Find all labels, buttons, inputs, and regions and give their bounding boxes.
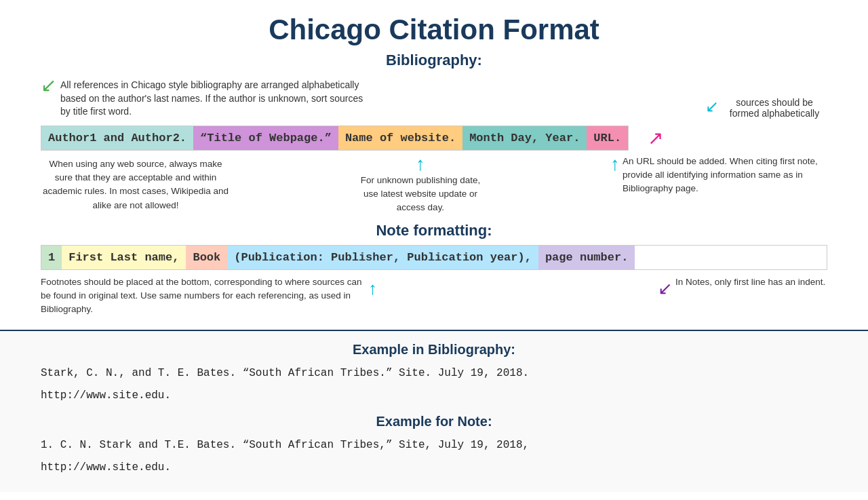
note-number-segment: 1 (41, 246, 62, 269)
bottom-section: Example in Bibliography: Stark, C. N., a… (0, 330, 868, 492)
note-format-bar: 1 First Last name, Book (Publication: Pu… (41, 245, 827, 270)
footnote-annotation: Footnotes should be placed at the bottom… (41, 275, 380, 317)
note-annotations-row: Footnotes should be placed at the bottom… (27, 273, 841, 317)
cyan-down-arrow-icon: ↙ (705, 97, 719, 116)
pink-arrow-icon: ↗ (648, 127, 663, 149)
example-bib-heading: Example in Bibliography: (41, 342, 827, 358)
example-bib-line2: http://www.site.edu. (41, 387, 827, 405)
annotation-top-row: ↙ All references in Chicago style biblio… (27, 79, 841, 119)
footnote-text: Footnotes should be placed at the bottom… (41, 275, 363, 317)
bib-date-segment: Month Day, Year. (462, 126, 587, 150)
bib-annotations-row: When using any web source, always make s… (27, 155, 841, 215)
alpha-annotation: ↙ All references in Chicago style biblio… (41, 79, 366, 119)
cyan-up-arrow2-icon: ↑ (610, 155, 620, 174)
sources-alpha-annotation: ↙ sources should be formed alphabeticall… (705, 97, 827, 119)
date-text: For unknown publishing date, use latest … (353, 174, 488, 215)
bibliography-heading: Bibliography: (27, 52, 841, 69)
url-annotation: An URL should be added. When citing firs… (623, 155, 826, 196)
cyan-up-arrow-icon: ↑ (416, 155, 425, 174)
top-section: Chicago Citation Format Bibliography: ↙ … (0, 0, 868, 323)
cyan-note-arrow-icon: ↑ (368, 275, 377, 302)
note-publication-segment: (Publication: Publisher, Publication yea… (227, 246, 538, 269)
example-bib-line1: Stark, C. N., and T. E. Bates. “South Af… (41, 364, 827, 383)
green-arrow-icon: ↙ (41, 76, 56, 95)
note-heading: Note formatting: (27, 222, 841, 239)
note-book-segment: Book (186, 246, 227, 269)
page: Chicago Citation Format Bibliography: ↙ … (0, 0, 868, 492)
web-text: When using any web source, always make s… (43, 159, 229, 210)
bibliography-bar-wrapper: Author1 and Author2. “Title of Webpage.”… (27, 121, 841, 155)
bib-website-segment: Name of website. (338, 126, 462, 150)
example-note-line2: http://www.site.edu. (41, 459, 827, 477)
note-page-segment: page number. (538, 246, 635, 269)
url-text: An URL should be added. When citing firs… (623, 156, 818, 194)
sources-alpha-text: sources should be formed alphabetically (722, 97, 827, 119)
purple-arrow-icon: ↙ (658, 275, 673, 302)
web-annotation: When using any web source, always make s… (41, 155, 231, 215)
bib-author-segment: Author1 and Author2. (41, 126, 193, 150)
bib-title-segment: “Title of Webpage.” (193, 126, 338, 150)
example-note-heading: Example for Note: (41, 414, 827, 429)
alpha-text: All references in Chicago style bibliogr… (60, 79, 366, 119)
indent-annotation: ↙ In Notes, only first line has an inden… (658, 275, 827, 317)
date-annotation: ↑ For unknown publishing date, use lates… (353, 155, 488, 215)
bibliography-format-bar: Author1 and Author2. “Title of Webpage.”… (41, 126, 629, 151)
bib-url-segment: URL. (587, 126, 628, 150)
note-name-segment: First Last name, (62, 246, 186, 269)
main-title: Chicago Citation Format (27, 14, 841, 46)
example-note-line1: 1. C. N. Stark and T.E. Bates. “South Af… (41, 436, 827, 455)
indent-text: In Notes, only first line has an indent. (675, 275, 825, 289)
